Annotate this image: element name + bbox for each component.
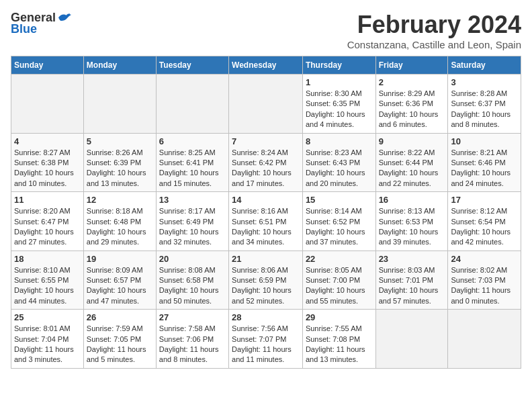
calendar-cell (11, 75, 84, 134)
day-number: 26 (87, 312, 153, 322)
week-row-1: 1Sunrise: 8:30 AMSunset: 6:35 PMDaylight… (11, 75, 521, 134)
day-info: Sunrise: 8:14 AMSunset: 6:52 PMDaylight:… (306, 206, 373, 248)
calendar-cell: 24Sunrise: 8:02 AMSunset: 7:03 PMDayligh… (448, 250, 521, 310)
col-header-monday: Monday (83, 56, 156, 75)
day-number: 17 (451, 195, 518, 205)
calendar-cell: 10Sunrise: 8:21 AMSunset: 6:46 PMDayligh… (448, 133, 521, 192)
day-number: 27 (159, 312, 226, 322)
calendar-cell: 17Sunrise: 8:12 AMSunset: 6:54 PMDayligh… (448, 192, 521, 251)
day-number: 9 (379, 136, 445, 146)
calendar-cell: 28Sunrise: 7:56 AMSunset: 7:07 PMDayligh… (229, 310, 303, 369)
day-info: Sunrise: 8:01 AMSunset: 7:04 PMDaylight:… (14, 324, 81, 365)
day-info: Sunrise: 8:02 AMSunset: 7:03 PMDaylight:… (451, 265, 518, 307)
calendar-cell: 11Sunrise: 8:20 AMSunset: 6:47 PMDayligh… (11, 192, 84, 251)
calendar-cell: 9Sunrise: 8:22 AMSunset: 6:44 PMDaylight… (375, 133, 448, 192)
day-info: Sunrise: 8:20 AMSunset: 6:47 PMDaylight:… (14, 206, 81, 248)
day-number: 12 (87, 195, 153, 205)
day-info: Sunrise: 8:06 AMSunset: 6:59 PMDaylight:… (232, 265, 300, 307)
calendar-cell (375, 310, 448, 369)
calendar-cell (229, 75, 303, 134)
day-info: Sunrise: 8:24 AMSunset: 6:42 PMDaylight:… (232, 148, 300, 189)
day-info: Sunrise: 8:17 AMSunset: 6:49 PMDaylight:… (159, 206, 226, 248)
month-title: February 2024 (347, 11, 521, 39)
calendar-cell (156, 75, 228, 134)
calendar-cell: 25Sunrise: 8:01 AMSunset: 7:04 PMDayligh… (11, 310, 84, 369)
day-number: 18 (14, 254, 81, 264)
logo-blue-text: Blue (11, 22, 37, 36)
day-number: 20 (159, 254, 226, 264)
day-number: 13 (159, 195, 226, 205)
week-row-3: 11Sunrise: 8:20 AMSunset: 6:47 PMDayligh… (11, 192, 521, 251)
calendar-cell: 14Sunrise: 8:16 AMSunset: 6:51 PMDayligh… (229, 192, 303, 251)
day-info: Sunrise: 8:13 AMSunset: 6:53 PMDaylight:… (379, 206, 445, 248)
calendar-cell: 7Sunrise: 8:24 AMSunset: 6:42 PMDaylight… (229, 133, 303, 192)
day-info: Sunrise: 8:28 AMSunset: 6:37 PMDaylight:… (451, 89, 518, 130)
calendar-cell: 2Sunrise: 8:29 AMSunset: 6:36 PMDaylight… (375, 75, 448, 134)
col-header-wednesday: Wednesday (229, 56, 303, 75)
calendar-cell: 26Sunrise: 7:59 AMSunset: 7:05 PMDayligh… (83, 310, 156, 369)
day-info: Sunrise: 8:12 AMSunset: 6:54 PMDaylight:… (451, 206, 518, 248)
week-row-2: 4Sunrise: 8:27 AMSunset: 6:38 PMDaylight… (11, 133, 521, 192)
week-row-5: 25Sunrise: 8:01 AMSunset: 7:04 PMDayligh… (11, 310, 521, 369)
col-header-saturday: Saturday (448, 56, 521, 75)
day-info: Sunrise: 7:58 AMSunset: 7:06 PMDaylight:… (159, 324, 226, 365)
calendar-cell (448, 310, 521, 369)
day-number: 11 (14, 195, 81, 205)
header-row: SundayMondayTuesdayWednesdayThursdayFrid… (11, 56, 521, 75)
day-info: Sunrise: 8:10 AMSunset: 6:55 PMDaylight:… (14, 265, 81, 307)
title-area: February 2024 Constanzana, Castille and … (347, 11, 521, 50)
calendar-cell: 4Sunrise: 8:27 AMSunset: 6:38 PMDaylight… (11, 133, 84, 192)
day-info: Sunrise: 8:18 AMSunset: 6:48 PMDaylight:… (87, 206, 153, 248)
calendar-cell: 19Sunrise: 8:09 AMSunset: 6:57 PMDayligh… (83, 250, 156, 310)
calendar-cell: 13Sunrise: 8:17 AMSunset: 6:49 PMDayligh… (156, 192, 228, 251)
calendar-cell: 27Sunrise: 7:58 AMSunset: 7:06 PMDayligh… (156, 310, 228, 369)
day-number: 19 (87, 254, 153, 264)
day-number: 25 (14, 312, 81, 322)
day-number: 23 (379, 254, 445, 264)
day-number: 8 (306, 136, 373, 146)
day-number: 6 (159, 136, 226, 146)
day-number: 10 (451, 136, 518, 146)
day-number: 14 (232, 195, 300, 205)
day-info: Sunrise: 8:03 AMSunset: 7:01 PMDaylight:… (379, 265, 445, 307)
calendar-cell: 1Sunrise: 8:30 AMSunset: 6:35 PMDaylight… (302, 75, 375, 134)
logo: General Blue (11, 11, 72, 36)
day-number: 28 (232, 312, 300, 322)
calendar-cell: 16Sunrise: 8:13 AMSunset: 6:53 PMDayligh… (375, 192, 448, 251)
day-info: Sunrise: 8:27 AMSunset: 6:38 PMDaylight:… (14, 148, 81, 189)
col-header-thursday: Thursday (302, 56, 375, 75)
day-number: 4 (14, 136, 81, 146)
calendar-cell: 6Sunrise: 8:25 AMSunset: 6:41 PMDaylight… (156, 133, 228, 192)
day-info: Sunrise: 7:59 AMSunset: 7:05 PMDaylight:… (87, 324, 153, 365)
day-number: 16 (379, 195, 445, 205)
logo-bird-icon (57, 11, 72, 24)
day-number: 3 (451, 77, 518, 87)
day-info: Sunrise: 8:25 AMSunset: 6:41 PMDaylight:… (159, 148, 226, 189)
calendar-cell: 23Sunrise: 8:03 AMSunset: 7:01 PMDayligh… (375, 250, 448, 310)
calendar-cell: 3Sunrise: 8:28 AMSunset: 6:37 PMDaylight… (448, 75, 521, 134)
calendar-cell: 29Sunrise: 7:55 AMSunset: 7:08 PMDayligh… (302, 310, 375, 369)
calendar-cell: 12Sunrise: 8:18 AMSunset: 6:48 PMDayligh… (83, 192, 156, 251)
week-row-4: 18Sunrise: 8:10 AMSunset: 6:55 PMDayligh… (11, 250, 521, 310)
day-number: 22 (306, 254, 373, 264)
day-info: Sunrise: 7:55 AMSunset: 7:08 PMDaylight:… (306, 324, 373, 365)
day-info: Sunrise: 8:23 AMSunset: 6:43 PMDaylight:… (306, 148, 373, 189)
day-number: 24 (451, 254, 518, 264)
day-info: Sunrise: 8:21 AMSunset: 6:46 PMDaylight:… (451, 148, 518, 189)
day-info: Sunrise: 8:30 AMSunset: 6:35 PMDaylight:… (306, 89, 373, 130)
day-info: Sunrise: 8:29 AMSunset: 6:36 PMDaylight:… (379, 89, 445, 130)
day-number: 21 (232, 254, 300, 264)
day-number: 15 (306, 195, 373, 205)
day-info: Sunrise: 8:05 AMSunset: 7:00 PMDaylight:… (306, 265, 373, 307)
location: Constanzana, Castille and Leon, Spain (347, 39, 521, 50)
col-header-tuesday: Tuesday (156, 56, 228, 75)
day-info: Sunrise: 7:56 AMSunset: 7:07 PMDaylight:… (232, 324, 300, 365)
calendar-cell: 8Sunrise: 8:23 AMSunset: 6:43 PMDaylight… (302, 133, 375, 192)
day-number: 7 (232, 136, 300, 146)
day-info: Sunrise: 8:26 AMSunset: 6:39 PMDaylight:… (87, 148, 153, 189)
header: General Blue February 2024 Constanzana, … (11, 11, 521, 50)
day-number: 29 (306, 312, 373, 322)
col-header-sunday: Sunday (11, 56, 84, 75)
calendar-cell: 15Sunrise: 8:14 AMSunset: 6:52 PMDayligh… (302, 192, 375, 251)
calendar-cell: 18Sunrise: 8:10 AMSunset: 6:55 PMDayligh… (11, 250, 84, 310)
